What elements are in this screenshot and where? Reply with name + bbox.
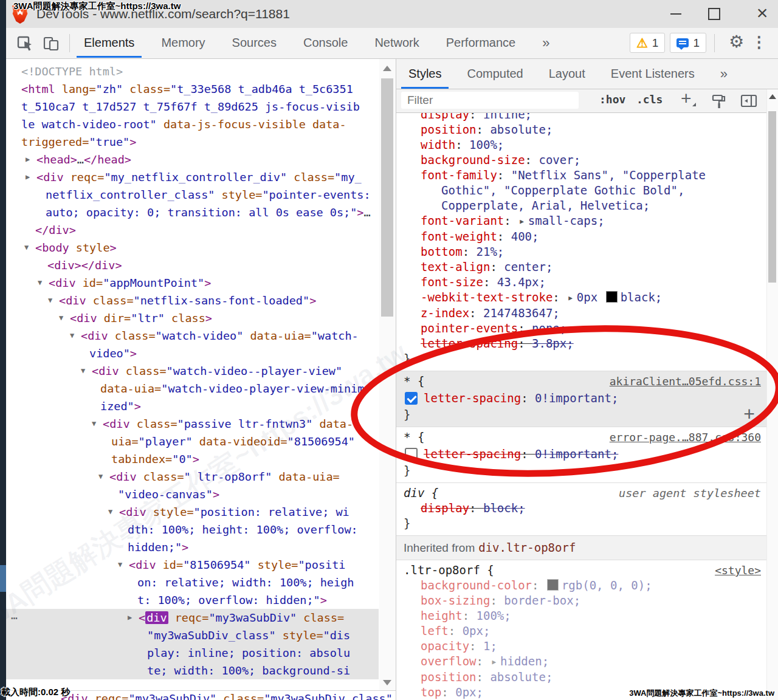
css-declaration[interactable]: background-color: rgb(0, 0, 0); [404,578,761,593]
device-toolbar-icon[interactable] [43,35,60,52]
declaration-checkbox[interactable] [405,392,418,405]
tree-line[interactable]: uia="player" data-videoid="81506954" [6,433,379,450]
tree-line[interactable]: ▼<div class="netflix-sans-font-loaded"> [6,292,379,309]
expand-longhand-icon[interactable]: ▶ [568,290,573,306]
tree-line[interactable]: t_510ca7 t_17d527 t_75f67f t_89d625 js-f… [6,98,379,115]
expand-longhand-icon[interactable]: ▶ [492,654,496,670]
expand-longhand-icon[interactable]: ▶ [520,214,524,229]
css-declaration[interactable]: letter-spacing: 0!important; [404,445,761,463]
tree-line[interactable]: play: inline; position: absolu [6,644,379,662]
tab-sources[interactable]: Sources [232,28,277,58]
css-declaration[interactable]: width: 100%; [404,137,761,153]
expand-arrow-icon[interactable]: ▶ [26,168,30,186]
scrollbar-thumb[interactable] [768,111,776,283]
tab-elements[interactable]: Elements [84,28,134,58]
tree-line[interactable]: ▼<div id="appMountPoint"> [6,274,379,292]
collapse-arrow-icon[interactable]: ▼ [24,239,29,256]
tree-line[interactable]: ▼<div id="81506954" style="positi [6,556,379,574]
css-declaration[interactable]: left: 0px; [404,623,761,639]
new-style-rule-button[interactable]: + [681,88,692,109]
collapse-arrow-icon[interactable]: ▼ [38,274,42,292]
tree-line[interactable]: ▼<div style="position: relative; wi [6,503,379,521]
insert-declaration-button[interactable]: + [743,407,755,420]
tree-line[interactable]: ▼<div class=" ltr-op8orf" data-uia= [6,468,379,486]
css-declaration[interactable]: overflow: ▶hidden; [404,654,761,670]
more-options-icon[interactable]: ⋮ [751,33,767,52]
tree-line[interactable]: hidden;"> [6,538,379,556]
tab-memory[interactable]: Memory [161,28,205,58]
minimize-button[interactable] [663,0,689,28]
scroll-up-icon[interactable] [769,94,776,99]
css-rule[interactable]: * {akiraClient…05efd.css:1letter-spacing… [396,371,767,427]
tab-layout[interactable]: Layout [549,59,585,89]
css-declaration[interactable]: letter-spacing: 0!important; [404,389,761,407]
tree-line[interactable]: ▶…<div reqc="my3waSubDiv" class= [6,609,379,626]
css-rule[interactable]: div {user agent stylesheetdisplay: block… [396,483,767,536]
css-declaration[interactable]: -webkit-text-stroke: ▶0px black; [404,290,761,306]
collapse-arrow-icon[interactable]: ▼ [98,468,103,486]
inherited-node-link[interactable]: div.ltr-op8orf [478,541,576,554]
tree-line[interactable]: data-uia="watch-video-player-view-minim [6,380,379,397]
tab-performance[interactable]: Performance [446,28,516,58]
tab-event-listeners[interactable]: Event Listeners [611,59,695,89]
toggle-hover-state-button[interactable]: :hov [599,93,625,106]
tab-styles[interactable]: Styles [408,59,441,89]
tree-line[interactable]: on: relative; width: 100%; heigh [6,574,379,591]
tree-line[interactable]: le watch-video-root" data-js-focus-visib… [6,115,379,133]
scrollbar-thumb[interactable] [381,78,393,317]
tree-line[interactable]: <!DOCTYPE html> [6,63,379,80]
tree-line[interactable]: "my3waSubDiv_class" style="dis [6,626,379,644]
maximize-button[interactable] [700,0,727,28]
css-rule[interactable]: * {error-page.…887.css:360letter-spacing… [396,427,767,483]
css-declaration[interactable]: letter-spacing: 3.8px; [404,336,761,351]
warnings-badge[interactable]: ⚠ 1 [630,33,665,53]
css-declaration[interactable]: bottom: 21%; [404,244,761,259]
toggle-class-button[interactable]: .cls [636,93,663,106]
css-declaration[interactable]: opacity: 1; [404,639,761,654]
css-declaration[interactable]: pointer-events: none; [404,321,761,336]
css-declaration[interactable]: background-size: cover; [404,153,761,168]
tree-line[interactable]: video"> [6,345,379,362]
tree-line[interactable]: ▼<div class="passive ltr-fntwn3" data- [6,415,379,433]
css-declaration[interactable]: font-variant: ▶small-caps; [404,213,761,229]
tree-line[interactable]: te; width: 100%; background-si [6,662,379,679]
rendering-paint-icon[interactable] [711,94,727,109]
tree-line[interactable]: triggered="true"> [6,133,379,151]
settings-gear-icon[interactable]: ⚙ [729,32,744,52]
collapse-arrow-icon[interactable]: ▼ [118,556,122,574]
tree-line[interactable]: ▼<div class="watch-video" data-uia="watc… [6,327,379,345]
css-declaration[interactable]: Copperplate, Arial, Helvetica; [404,198,761,213]
css-declaration[interactable]: font-size: 43.4px; [404,275,761,290]
tree-line[interactable]: </div> [6,221,379,239]
issues-badge[interactable]: 1 [670,33,706,53]
tab-console[interactable]: Console [303,28,348,58]
css-declaration[interactable]: display: inline; [404,113,761,122]
scroll-up-icon[interactable] [383,66,391,71]
css-declaration[interactable]: top: 0px; [404,685,761,700]
more-tabs-icon[interactable]: » [720,59,728,89]
styles-filter-input[interactable] [401,92,579,109]
collapse-arrow-icon[interactable]: ▼ [70,327,74,345]
css-declaration[interactable]: font-weight: 400; [404,229,761,244]
css-declaration[interactable]: position: absolute; [404,670,761,685]
tree-line[interactable]: ▼<div dir="ltr" class> [6,309,379,327]
collapse-arrow-icon[interactable]: ▼ [92,415,96,433]
elements-scrollbar[interactable] [379,59,396,690]
css-rule[interactable]: .ltr-op8orf {<style>background-color: rg… [396,560,767,700]
tree-line[interactable]: dth: 100%; height: 100%; overflow: [6,521,379,538]
css-declaration[interactable]: z-index: 2147483647; [404,306,761,321]
tree-line[interactable]: ▶<head>…</head> [6,151,379,168]
tree-line[interactable]: tabindex="0"> [6,450,379,468]
tab-computed[interactable]: Computed [467,59,523,89]
tree-line[interactable]: netflix_controller_class" style="pointer… [6,186,379,204]
collapse-arrow-icon[interactable]: ▼ [48,292,52,309]
tree-line[interactable]: ▼<div class="watch-video--player-view" [6,362,379,380]
stylesheet-source-link[interactable]: <style> [715,563,761,578]
collapse-arrow-icon[interactable]: ▼ [81,362,85,380]
styles-scrollbar[interactable] [766,89,778,700]
css-rule[interactable]: display: inline;position: absolute;width… [396,113,767,371]
tab-network[interactable]: Network [374,28,419,58]
collapse-arrow-icon[interactable]: ▼ [108,503,112,521]
tree-line[interactable]: <html lang="zh" class="t_33e568 t_adb46a… [6,80,379,98]
css-declaration[interactable]: display: block; [404,501,761,516]
